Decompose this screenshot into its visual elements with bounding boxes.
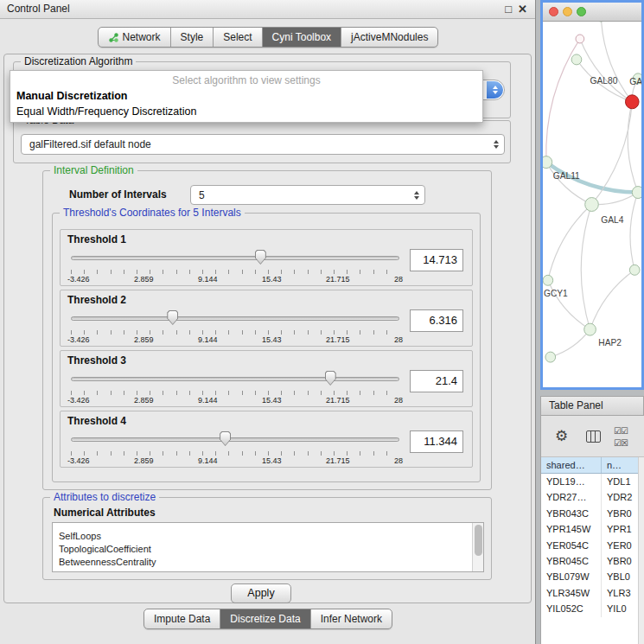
table-data-value: galFiltered.sif default node [29,135,151,154]
network-node[interactable] [629,265,640,275]
threshold-3-slider[interactable]: -3.4262.8599.14415.4321.71528 [71,370,399,406]
table-scrollbar[interactable] [638,457,644,644]
network-node[interactable] [543,275,553,285]
float-window-icon[interactable]: □ [505,0,512,18]
threshold-4-slider[interactable]: -3.4262.8599.14415.4321.71528 [71,430,399,467]
slider-track[interactable] [71,316,399,321]
dropdown-prompt-item[interactable]: Select algorithm to view settings [10,71,482,88]
table-cell[interactable]: YPR145W [541,521,602,537]
table-row[interactable]: YLR345WYLR3 [541,585,644,601]
tab-label: Infer Network [321,613,382,625]
attribute-list-item[interactable]: SelfLoops [53,530,483,543]
network-node[interactable] [576,35,584,43]
table-cell[interactable]: YBR045C [541,553,602,569]
network-node-label: GAL11 [553,170,580,180]
dropdown-option-manual-discretization[interactable]: Manual Discretization [10,88,482,104]
table-row[interactable]: YER054CYER0 [541,538,644,553]
slider-thumb[interactable] [255,250,266,265]
tab-impute-data[interactable]: Impute Data [144,609,220,628]
tab-jactivemnodules[interactable]: jActiveMNodules [341,28,437,47]
tab-network[interactable]: Network [99,28,170,47]
network-graph: GAL80GAGAL11GAL4GCY1HAP2 [543,22,641,387]
slider-track[interactable] [71,256,399,260]
threshold-1-slider[interactable]: -3.4262.8599.14415.4321.71528 [71,249,399,285]
slider-track[interactable] [71,437,399,442]
network-node[interactable] [571,54,582,65]
tab-cyni-toolbox[interactable]: Cyni Toolbox [262,28,341,47]
network-edge[interactable] [630,193,638,271]
table-row[interactable]: YBL079WYBL0 [541,569,644,584]
table-panel-header[interactable]: Table Panel [540,396,644,416]
network-edge[interactable] [628,102,638,193]
table-cell[interactable]: YLR345W [541,585,602,601]
network-edge[interactable] [590,270,635,329]
slider-thumb[interactable] [220,431,231,446]
combo-stepper-icon[interactable] [487,81,503,99]
tab-infer-network[interactable]: Infer Network [310,609,392,628]
table-row[interactable]: YDR27…YDR2 [541,489,644,505]
table-cell[interactable]: YDR27… [541,489,602,505]
attribute-list-item[interactable]: BetweennessCentrality [53,556,483,569]
table-cell[interactable]: YBL079W [541,569,602,584]
table-data-select[interactable]: galFiltered.sif default node [21,134,505,155]
apply-button[interactable]: Apply [231,583,291,603]
deselect-columns-icon[interactable]: ☑☒ [614,438,628,448]
interval-definition-group: Interval Definition Number of Intervals … [42,170,492,490]
table-cell[interactable]: YER054C [541,538,602,553]
tick-label: 2.859 [134,275,154,284]
close-traffic-light-icon[interactable] [549,7,558,16]
tab-label: Impute Data [154,613,210,625]
zoom-traffic-light-icon[interactable] [577,7,586,16]
slider-thumb[interactable] [167,310,178,325]
control-panel-window: Control Panel □ ✕ Network Style Select C… [0,0,536,644]
network-edge[interactable] [551,329,590,357]
table-cell[interactable]: YIL052C [541,601,602,616]
columns-icon[interactable] [586,430,601,443]
list-scrollbar[interactable] [472,523,483,571]
table-row[interactable]: YBR045CYBR0 [541,553,644,569]
dropdown-option-equal-width-frequency[interactable]: Equal Width/Frequency Discretization [10,104,482,119]
table-row[interactable]: YDL19…YDL1 [541,474,644,489]
network-node[interactable] [585,198,599,212]
network-node[interactable] [632,187,641,199]
network-node[interactable] [584,323,596,335]
network-node[interactable] [545,352,556,362]
numerical-attributes-list[interactable]: SelfLoopsTopologicalCoefficientBetweenne… [52,522,484,572]
threshold-value-field[interactable]: 14.713 [410,249,463,271]
gear-icon[interactable]: ⚙ [555,427,568,445]
close-icon[interactable]: ✕ [518,0,527,18]
number-of-intervals-select[interactable]: 5 [190,185,425,205]
numerical-attributes-label: Numerical Attributes [54,507,156,519]
slider-track[interactable] [71,377,399,381]
slider-thumb[interactable] [325,371,336,386]
threshold-2-slider[interactable]: -3.4262.8599.14415.4321.71528 [71,309,399,346]
combo-stepper-icon [414,191,419,200]
table-cell[interactable]: YDL19… [541,474,602,489]
network-node[interactable] [625,95,639,109]
table-panel-toolbar: ⚙ ☑☑ ☑☒ [541,416,644,457]
network-canvas[interactable]: GAL80GAGAL11GAL4GCY1HAP2 [543,22,641,387]
network-edge[interactable] [581,205,591,330]
minimize-traffic-light-icon[interactable] [563,7,572,16]
table-cell[interactable]: YBR043C [541,506,602,521]
threshold-value-field[interactable]: 6.316 [410,309,463,332]
attribute-list-item[interactable]: TopologicalCoefficient [53,543,483,556]
network-node[interactable] [543,156,552,169]
table-row[interactable]: YPR145WYPR1 [541,521,644,537]
scrollbar-thumb[interactable] [475,525,482,556]
tick-label: -3.426 [67,335,90,344]
threshold-value-field[interactable]: 11.344 [410,430,463,453]
table-row[interactable]: YBR043CYBR0 [541,506,644,521]
window-title: Control Panel [7,0,70,18]
network-edge[interactable] [548,205,592,281]
network-window-titlebar[interactable] [543,3,641,22]
threshold-value-field[interactable]: 21.4 [410,370,463,392]
tab-discretize-data[interactable]: Discretize Data [220,609,309,628]
group-title: Interval Definition [50,164,137,176]
tick-label: 15.43 [262,456,282,465]
tab-select[interactable]: Select [213,28,261,47]
table-row[interactable]: YIL052CYIL0 [541,601,644,616]
column-header-shared-name[interactable]: shared… [541,457,602,473]
select-all-columns-icon[interactable]: ☑☑ [614,426,628,436]
tab-style[interactable]: Style [170,28,214,47]
